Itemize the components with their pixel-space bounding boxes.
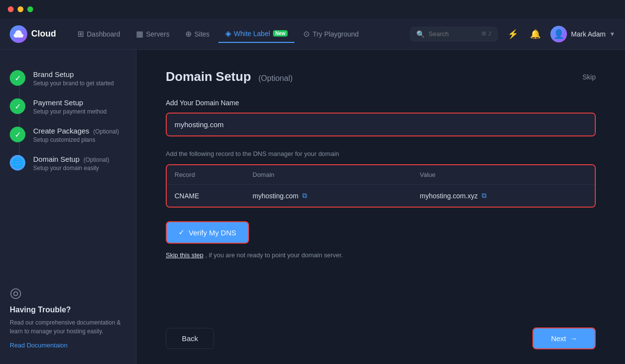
step-subtitle-3: Setup customized plans bbox=[33, 136, 119, 143]
next-button[interactable]: Next → bbox=[532, 327, 596, 349]
main-layout: ✓ Brand Setup Setup your brand to get st… bbox=[0, 50, 625, 364]
step-info-3: Create Packages (Optional) Setup customi… bbox=[33, 127, 119, 143]
step-subtitle-2: Setup your payment method bbox=[33, 108, 107, 115]
domain-input-wrapper bbox=[166, 113, 596, 136]
playground-icon: ⊙ bbox=[303, 29, 310, 38]
step-circle-1: ✓ bbox=[10, 70, 25, 86]
page-title: Domain Setup (Optional) bbox=[166, 69, 293, 84]
nav-right: 🔍 ⌘ J ⚡ 🔔 👤 Mark Adam ▼ bbox=[410, 26, 615, 42]
step-title-3: Create Packages (Optional) bbox=[33, 127, 119, 135]
maximize-button[interactable] bbox=[27, 6, 33, 12]
titlebar bbox=[0, 0, 625, 19]
search-input[interactable] bbox=[429, 30, 477, 38]
nav-item-sites[interactable]: ⊕ Sites bbox=[178, 25, 216, 42]
sites-icon: ⊕ bbox=[185, 29, 192, 38]
help-link[interactable]: Read Documentaion bbox=[10, 342, 68, 349]
nav-logo[interactable]: Cloud bbox=[10, 25, 56, 43]
dns-value-value: myhosting.com.xyz ⧉ bbox=[420, 192, 587, 200]
step-domain-setup: 🌐 Domain Setup (Optional) Setup your dom… bbox=[10, 149, 126, 177]
dns-col-domain: Domain bbox=[253, 171, 420, 178]
page-header: Domain Setup (Optional) Skip bbox=[166, 69, 596, 84]
dns-domain-value: myhosting.com ⧉ bbox=[253, 192, 420, 200]
step-circle-3: ✓ bbox=[10, 127, 25, 142]
search-box[interactable]: 🔍 ⌘ J bbox=[410, 27, 498, 41]
chevron-down-icon: ▼ bbox=[609, 31, 615, 38]
arrow-right-icon: → bbox=[570, 334, 577, 343]
close-button[interactable] bbox=[8, 6, 14, 12]
dns-table: Record Domain Value CNAME myhosting.com … bbox=[166, 164, 596, 208]
nav-item-white-label[interactable]: ◈ White Label New bbox=[218, 25, 295, 43]
nav-item-playground[interactable]: ⊙ Try Playground bbox=[296, 25, 365, 42]
navbar: Cloud ⊞ Dashboard ▦ Servers ⊕ Sites ◈ Wh… bbox=[0, 19, 625, 50]
domain-input[interactable] bbox=[167, 114, 595, 135]
white-label-icon: ◈ bbox=[225, 29, 231, 38]
dns-table-header: Record Domain Value bbox=[167, 165, 595, 185]
step-title-1: Brand Setup bbox=[33, 70, 114, 78]
new-badge: New bbox=[273, 30, 288, 37]
step-payment-setup: ✓ Payment Setup Setup your payment metho… bbox=[10, 93, 126, 121]
user-name: Mark Adam bbox=[571, 30, 605, 38]
dns-col-value: Value bbox=[420, 171, 587, 178]
step-info-4: Domain Setup (Optional) Setup your domai… bbox=[33, 155, 109, 172]
dns-record-value: CNAME bbox=[175, 192, 253, 200]
step-title-2: Payment Setup bbox=[33, 98, 107, 107]
step-create-packages: ✓ Create Packages (Optional) Setup custo… bbox=[10, 121, 126, 149]
back-button[interactable]: Back bbox=[166, 328, 214, 349]
optional-tag: (Optional) bbox=[258, 74, 293, 82]
copy-domain-icon[interactable]: ⧉ bbox=[302, 192, 307, 200]
bottom-nav: Back Next → bbox=[166, 327, 596, 349]
logo-icon bbox=[10, 25, 27, 43]
help-icon: ◎ bbox=[10, 285, 126, 301]
dns-section-label: Add the following record to the DNS mana… bbox=[166, 150, 596, 157]
nav-item-servers[interactable]: ▦ Servers bbox=[129, 25, 176, 42]
domain-section-label: Add Your Domain Name bbox=[166, 99, 596, 107]
copy-value-icon[interactable]: ⧉ bbox=[482, 192, 487, 200]
nav-items: ⊞ Dashboard ▦ Servers ⊕ Sites ◈ White La… bbox=[71, 25, 410, 43]
nav-item-dashboard[interactable]: ⊞ Dashboard bbox=[71, 25, 127, 42]
user-menu[interactable]: 👤 Mark Adam ▼ bbox=[550, 26, 615, 42]
skip-button[interactable]: Skip bbox=[583, 73, 596, 81]
help-text: Read our comprehensive documentation & l… bbox=[10, 318, 126, 336]
step-circle-4: 🌐 bbox=[10, 155, 25, 171]
search-shortcut: ⌘ J bbox=[481, 31, 491, 37]
logo-text: Cloud bbox=[31, 29, 56, 39]
avatar: 👤 bbox=[550, 26, 567, 42]
verify-dns-button[interactable]: ✓ Verify My DNS bbox=[166, 221, 249, 244]
verify-check-icon: ✓ bbox=[178, 228, 185, 237]
step-brand-setup: ✓ Brand Setup Setup your brand to get st… bbox=[10, 64, 126, 93]
step-info-1: Brand Setup Setup your brand to get star… bbox=[33, 70, 114, 87]
step-info-2: Payment Setup Setup your payment method bbox=[33, 98, 107, 115]
dns-table-row: CNAME myhosting.com ⧉ myhosting.com.xyz … bbox=[167, 185, 595, 207]
sidebar-help: ◎ Having Trouble? Read our comprehensive… bbox=[10, 270, 126, 349]
dns-table-inner: Record Domain Value CNAME myhosting.com … bbox=[167, 165, 595, 207]
step-subtitle-4: Setup your domain easily bbox=[33, 165, 109, 172]
skip-step-link[interactable]: Skip this step bbox=[166, 251, 203, 259]
content-area: Domain Setup (Optional) Skip Add Your Do… bbox=[137, 50, 625, 364]
step-subtitle-1: Setup your brand to get started bbox=[33, 80, 114, 87]
dashboard-icon: ⊞ bbox=[78, 29, 84, 38]
search-icon: 🔍 bbox=[416, 30, 425, 38]
step-circle-2: ✓ bbox=[10, 98, 25, 114]
skip-step-text: Skip this step , if you are not ready to… bbox=[166, 251, 596, 259]
notifications-icon[interactable]: 🔔 bbox=[528, 27, 543, 41]
dns-col-record: Record bbox=[175, 171, 253, 178]
sidebar: ✓ Brand Setup Setup your brand to get st… bbox=[0, 50, 137, 364]
minimize-button[interactable] bbox=[18, 6, 23, 12]
step-title-4: Domain Setup (Optional) bbox=[33, 155, 109, 163]
activity-icon[interactable]: ⚡ bbox=[506, 27, 520, 41]
servers-icon: ▦ bbox=[136, 29, 143, 38]
help-title: Having Trouble? bbox=[10, 306, 126, 314]
